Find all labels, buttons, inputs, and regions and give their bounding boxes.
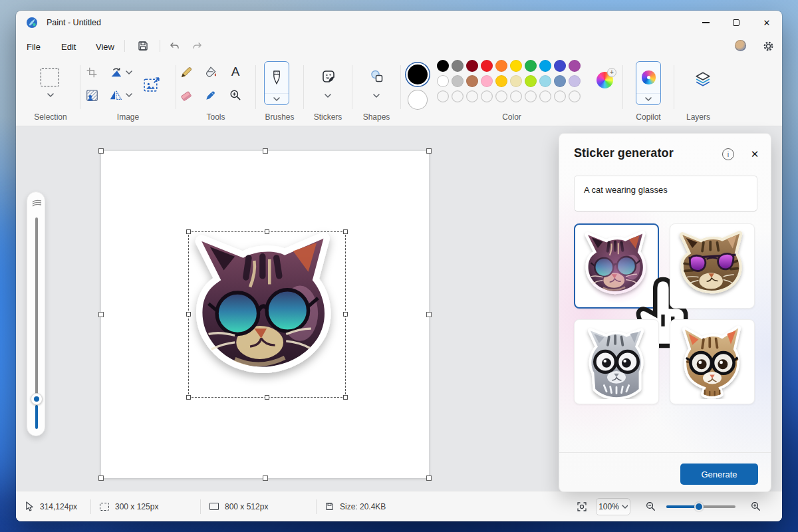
palette-swatch[interactable] — [481, 60, 493, 72]
prompt-input[interactable]: A cat wearing glasses — [574, 176, 757, 211]
selection-marquee[interactable] — [188, 231, 346, 398]
palette-swatch-empty[interactable] — [539, 90, 551, 102]
stickers-button[interactable] — [320, 68, 337, 85]
color1-swatch[interactable] — [408, 65, 428, 84]
zoom-level-select[interactable]: 100% — [596, 498, 630, 515]
selection-handle[interactable] — [186, 312, 191, 317]
zoom-out-button[interactable] — [645, 491, 656, 521]
palette-swatch[interactable] — [554, 75, 566, 87]
palette-swatch[interactable] — [452, 75, 464, 87]
account-avatar[interactable] — [735, 40, 746, 51]
generate-button[interactable]: Generate — [680, 464, 758, 485]
chevron-down-icon[interactable] — [645, 97, 652, 101]
maximize-button[interactable] — [721, 11, 751, 35]
drawing-canvas[interactable] — [101, 151, 429, 478]
brush-size-thumb[interactable] — [31, 393, 43, 405]
sticker-thumbnail-3[interactable] — [574, 319, 659, 404]
eraser-tool-button[interactable] — [178, 87, 194, 103]
color2-swatch[interactable] — [408, 90, 428, 110]
color-picker-tool-button[interactable] — [203, 87, 219, 103]
info-button[interactable]: i — [722, 148, 734, 160]
text-tool-button[interactable]: A — [227, 64, 243, 80]
sticker-thumbnail-4[interactable] — [670, 319, 755, 404]
palette-swatch[interactable] — [539, 60, 551, 72]
palette-swatch-empty[interactable] — [437, 90, 449, 102]
zoom-slider-thumb[interactable] — [694, 502, 704, 511]
zoom-in-button[interactable] — [750, 491, 761, 521]
palette-swatch-empty[interactable] — [466, 90, 478, 102]
layers-button[interactable] — [694, 70, 712, 88]
selection-handle[interactable] — [265, 395, 269, 400]
redo-button[interactable] — [192, 40, 203, 52]
close-button[interactable]: ✕ — [751, 11, 782, 35]
pencil-tool-button[interactable] — [178, 65, 194, 80]
palette-swatch[interactable] — [495, 60, 507, 72]
palette-swatch[interactable] — [437, 60, 449, 72]
copilot-button[interactable] — [636, 61, 661, 105]
minimize-button[interactable] — [690, 11, 721, 35]
fill-tool-button[interactable] — [203, 65, 219, 80]
palette-swatch-empty[interactable] — [525, 90, 537, 102]
settings-button[interactable] — [762, 40, 774, 52]
canvas-resize-handle[interactable] — [263, 148, 268, 154]
palette-swatch-empty[interactable] — [569, 90, 581, 102]
palette-swatch[interactable] — [437, 75, 449, 87]
canvas-resize-handle[interactable] — [426, 312, 432, 317]
chevron-down-icon[interactable] — [325, 94, 331, 98]
chevron-down-icon[interactable] — [126, 70, 132, 74]
selection-handle[interactable] — [343, 395, 348, 400]
magnifier-tool-button[interactable] — [227, 87, 243, 103]
sticker-thumbnail-2[interactable] — [670, 223, 755, 309]
menu-file[interactable]: File — [21, 39, 46, 54]
menu-edit[interactable]: Edit — [56, 39, 81, 54]
palette-swatch[interactable] — [539, 75, 551, 87]
palette-swatch-empty[interactable] — [452, 90, 464, 102]
selection-tool-button[interactable] — [41, 68, 59, 86]
palette-swatch[interactable] — [554, 60, 566, 72]
panel-close-button[interactable]: ✕ — [747, 147, 762, 162]
chevron-down-icon[interactable] — [47, 93, 54, 97]
selection-handle[interactable] — [186, 395, 191, 400]
palette-swatch[interactable] — [525, 60, 537, 72]
zoom-slider[interactable] — [666, 505, 735, 508]
palette-swatch-empty[interactable] — [481, 90, 493, 102]
chevron-down-icon[interactable] — [126, 93, 132, 97]
selection-handle[interactable] — [343, 312, 348, 317]
selection-handle[interactable] — [265, 229, 269, 234]
palette-swatch[interactable] — [525, 75, 537, 87]
palette-swatch-empty[interactable] — [510, 90, 522, 102]
chevron-down-icon[interactable] — [273, 97, 280, 101]
canvas-resize-handle[interactable] — [98, 475, 104, 481]
palette-swatch[interactable] — [510, 75, 522, 87]
shapes-button[interactable] — [368, 68, 386, 85]
palette-swatch[interactable] — [452, 60, 464, 72]
palette-swatch[interactable] — [569, 75, 581, 87]
canvas-resize-handle[interactable] — [426, 475, 432, 481]
canvas-resize-handle[interactable] — [426, 148, 432, 154]
edit-colors-button[interactable] — [597, 72, 613, 88]
canvas-resize-handle[interactable] — [98, 148, 104, 154]
selection-handle[interactable] — [343, 229, 348, 234]
menu-view[interactable]: View — [90, 39, 120, 54]
fit-to-screen-button[interactable] — [576, 491, 588, 521]
palette-swatch[interactable] — [481, 75, 493, 87]
canvas-resize-handle[interactable] — [98, 312, 104, 317]
brush-size-track[interactable] — [35, 217, 38, 405]
titlebar[interactable]: Paint - Untitled ✕ — [16, 11, 782, 35]
resize-image-button[interactable] — [142, 74, 162, 94]
undo-button[interactable] — [168, 40, 180, 52]
palette-swatch[interactable] — [569, 60, 581, 72]
save-button[interactable] — [137, 40, 149, 52]
palette-swatch[interactable] — [466, 60, 478, 72]
selection-handle[interactable] — [186, 229, 191, 234]
brushes-button[interactable] — [264, 61, 289, 105]
chevron-down-icon[interactable] — [373, 94, 380, 98]
palette-swatch[interactable] — [510, 60, 522, 72]
palette-swatch-empty[interactable] — [495, 90, 507, 102]
canvas-resize-handle[interactable] — [263, 475, 268, 481]
crop-button[interactable] — [84, 65, 99, 80]
sticker-thumbnail-1[interactable] — [574, 223, 659, 309]
rotate-button[interactable] — [108, 65, 123, 80]
palette-swatch-empty[interactable] — [554, 90, 566, 102]
flip-button[interactable] — [108, 88, 123, 102]
